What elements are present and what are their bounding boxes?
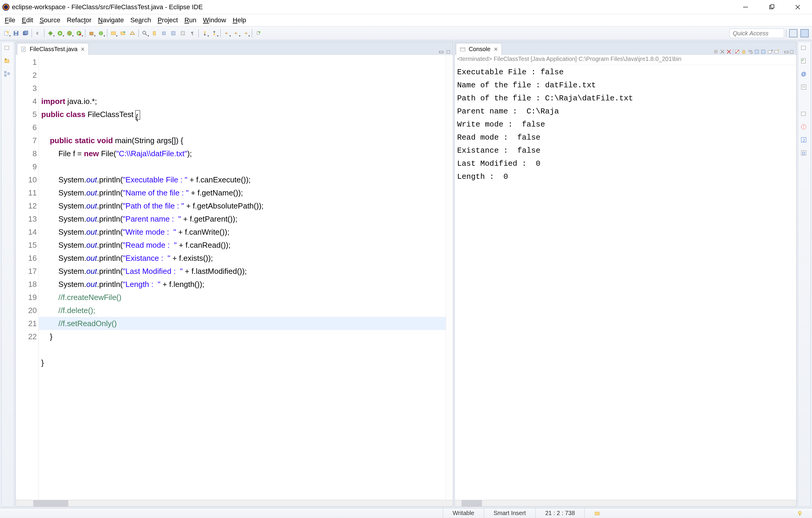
open-perspective-button[interactable] xyxy=(789,29,798,37)
menu-refactor[interactable]: Refactor xyxy=(64,15,94,25)
editor-hscroll[interactable] xyxy=(16,500,453,507)
new-class-button[interactable]: C xyxy=(97,29,105,37)
maximize-view-icon[interactable]: □ xyxy=(447,49,450,55)
console-launch-header: <terminated> FileClassTest [Java Applica… xyxy=(455,55,796,65)
search-button[interactable] xyxy=(141,29,149,37)
new-package-button[interactable] xyxy=(87,29,95,37)
maximize-button[interactable] xyxy=(764,2,779,12)
last-edit-button[interactable] xyxy=(223,29,231,37)
open-task-button[interactable] xyxy=(119,29,127,37)
link-button[interactable] xyxy=(34,29,42,37)
maximize-console-icon[interactable]: □ xyxy=(790,49,793,55)
svg-text:J: J xyxy=(23,48,24,51)
run-button[interactable] xyxy=(56,29,64,37)
close-tab-icon[interactable]: ✕ xyxy=(81,46,85,53)
remove-all-icon[interactable] xyxy=(726,49,731,54)
svg-rect-33 xyxy=(172,31,175,35)
package-explorer-icon[interactable] xyxy=(4,57,12,66)
restore-right-button[interactable] xyxy=(800,44,808,53)
word-wrap-icon[interactable] xyxy=(748,49,753,54)
svg-rect-34 xyxy=(181,31,184,35)
tag-button[interactable] xyxy=(169,29,177,37)
menu-navigate[interactable]: Navigate xyxy=(95,15,127,25)
restore-button[interactable] xyxy=(4,44,12,53)
task-list-icon[interactable] xyxy=(800,57,808,66)
overview-ruler[interactable] xyxy=(446,55,453,500)
pin-console-icon[interactable] xyxy=(754,49,759,54)
editor-body[interactable]: 1 2 3 4 5 6 7 8 9 10 11 12 13 14 15 16 1… xyxy=(16,55,453,500)
minimize-view-icon[interactable]: ▭ xyxy=(439,48,444,55)
close-button[interactable] xyxy=(791,2,805,12)
declaration-icon[interactable]: D xyxy=(800,149,808,158)
svg-text:▾: ▾ xyxy=(772,49,773,52)
menu-run[interactable]: Run xyxy=(181,15,199,25)
open-console-icon[interactable]: ▾ xyxy=(767,49,773,54)
menu-window[interactable]: Window xyxy=(200,15,229,25)
forward-button[interactable] xyxy=(241,29,250,37)
menu-source[interactable]: Source xyxy=(36,15,63,25)
back-button[interactable] xyxy=(232,29,240,37)
block-select-button[interactable] xyxy=(179,29,187,37)
window-title: eclipse-workspace - FileClass/src/FileCl… xyxy=(12,3,738,11)
menu-project[interactable]: Project xyxy=(155,15,181,25)
toggle-block-button[interactable] xyxy=(160,29,168,37)
svg-point-36 xyxy=(204,31,206,33)
editor-tab[interactable]: J FileClassTest.java ✕ xyxy=(17,43,89,55)
status-insert: Smart Insert xyxy=(484,508,535,518)
console-icon xyxy=(460,46,466,52)
remove-launch-icon[interactable] xyxy=(720,49,725,54)
menu-edit[interactable]: Edit xyxy=(19,15,36,25)
problems-icon[interactable]: ! xyxy=(800,123,808,132)
quick-access-input[interactable] xyxy=(729,28,784,38)
restore-bottom-button[interactable] xyxy=(800,110,808,118)
console-output[interactable]: Executable File : false Name of the file… xyxy=(455,65,796,500)
svg-text:¶: ¶ xyxy=(191,31,194,36)
menu-search[interactable]: Search xyxy=(127,15,154,25)
artifact-button[interactable] xyxy=(128,29,137,37)
close-console-tab-icon[interactable]: ✕ xyxy=(494,46,498,53)
svg-rect-18 xyxy=(68,32,69,34)
console-hscroll[interactable] xyxy=(455,500,796,507)
run-last-button[interactable] xyxy=(75,29,83,37)
svg-rect-23 xyxy=(90,32,93,35)
open-type-button[interactable] xyxy=(109,29,118,37)
show-whitespace-button[interactable]: ¶ xyxy=(188,29,197,37)
outline-icon[interactable] xyxy=(800,83,808,92)
svg-point-28 xyxy=(123,31,125,33)
javadoc-icon[interactable]: J xyxy=(800,136,808,145)
svg-rect-11 xyxy=(24,31,28,34)
status-build-icon xyxy=(584,508,610,518)
menu-file[interactable]: File xyxy=(2,15,18,25)
new-console-icon[interactable]: + xyxy=(774,49,779,54)
type-hierarchy-icon[interactable] xyxy=(4,71,12,79)
scroll-lock-icon[interactable] xyxy=(741,49,746,54)
toggle-mark-button[interactable] xyxy=(150,29,158,37)
coverage-button[interactable] xyxy=(65,29,74,37)
svg-rect-60 xyxy=(768,51,772,53)
new-button[interactable] xyxy=(2,29,11,37)
clear-console-icon[interactable] xyxy=(734,49,740,54)
status-bar: Writable Smart Insert 21 : 2 : 738 xyxy=(0,508,812,518)
display-selected-icon[interactable] xyxy=(761,49,766,54)
prev-annotation-button[interactable] xyxy=(210,29,219,37)
java-perspective-button[interactable] xyxy=(801,29,809,37)
menu-help[interactable]: Help xyxy=(230,15,249,25)
minimize-console-icon[interactable]: ▭ xyxy=(784,48,789,55)
code-area[interactable]: import java.io.*; public class FileClass… xyxy=(39,55,446,500)
outline-at-icon[interactable]: @ xyxy=(800,71,808,79)
save-all-button[interactable] xyxy=(21,29,30,37)
pin-button[interactable] xyxy=(254,29,262,37)
console-tab-label: Console xyxy=(469,46,490,53)
svg-rect-8 xyxy=(15,31,17,33)
terminate-icon[interactable] xyxy=(713,49,719,54)
save-button[interactable] xyxy=(12,29,20,37)
debug-button[interactable] xyxy=(46,29,55,37)
tip-icon[interactable] xyxy=(788,508,812,518)
minimize-button[interactable] xyxy=(738,2,753,12)
editor-tabbar: J FileClassTest.java ✕ ▭ □ xyxy=(16,42,453,55)
console-tab[interactable]: Console ✕ xyxy=(456,43,501,55)
svg-rect-9 xyxy=(15,33,17,35)
svg-rect-67 xyxy=(801,85,806,89)
next-annotation-button[interactable] xyxy=(201,29,209,37)
marker-bar xyxy=(16,55,20,500)
